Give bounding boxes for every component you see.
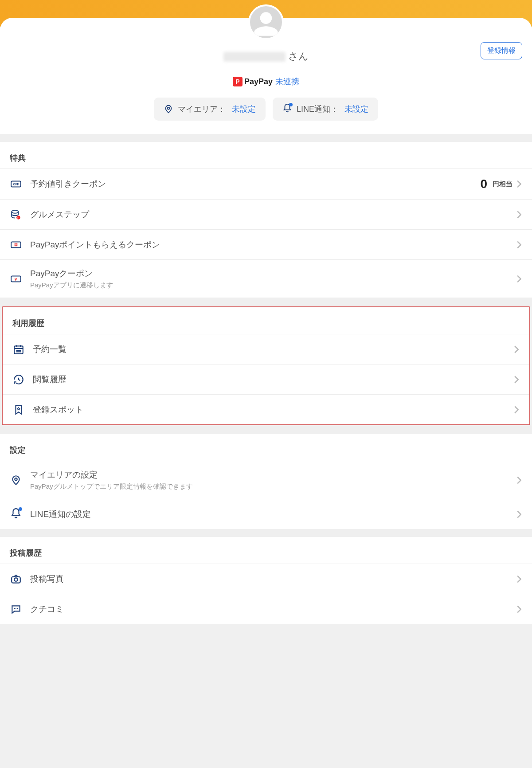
item-label: グルメステップ — [30, 209, 517, 220]
camera-icon — [10, 573, 22, 585]
paypay-logo: P PayPay — [233, 77, 273, 86]
chip-area-label: マイエリア： — [178, 104, 226, 114]
calendar-icon — [12, 343, 25, 356]
item-label: PayPayポイントもらえるクーポン — [30, 239, 517, 251]
item-label: 予約一覧 — [33, 344, 514, 355]
svg-point-11 — [15, 478, 17, 480]
item-browse-history[interactable]: 閲覧履歴 — [3, 364, 529, 394]
item-reservation-list[interactable]: 予約一覧 — [3, 334, 529, 364]
avatar[interactable] — [248, 4, 284, 40]
item-sublabel: PayPayアプリに遷移します — [30, 281, 517, 290]
username-suffix: さん — [288, 51, 309, 62]
item-my-area-setting[interactable]: マイエリアの設定 PayPayグルメトップでエリア限定情報を確認できます — [0, 461, 532, 499]
item-sublabel: PayPayグルメトップでエリア限定情報を確認できます — [30, 482, 517, 491]
chevron-right-icon — [517, 510, 522, 518]
history-clock-icon — [12, 373, 25, 386]
bookmark-star-icon — [12, 404, 25, 416]
item-discount-coupon[interactable]: OFF 予約値引きクーポン 0円相当 — [0, 168, 532, 199]
paypay-brand-text: PayPay — [244, 77, 273, 86]
person-icon — [252, 10, 280, 38]
section-settings: 設定 マイエリアの設定 PayPayグルメトップでエリア限定情報を確認できます … — [0, 434, 532, 529]
item-gourmet-step[interactable]: P グルメステップ — [0, 199, 532, 229]
chip-line-value: 未設定 — [344, 104, 368, 114]
item-posted-photos[interactable]: 投稿写真 — [0, 564, 532, 594]
chevron-right-icon — [514, 345, 520, 353]
coins-icon: P — [10, 208, 22, 221]
svg-point-16 — [17, 608, 18, 609]
section-title-history: 利用履歴 — [3, 307, 529, 334]
svg-text:¥: ¥ — [15, 277, 17, 282]
location-pin-icon — [164, 104, 173, 114]
chevron-right-icon — [517, 605, 522, 613]
item-paypay-coupon[interactable]: ¥ PayPayクーポン PayPayアプリに遷移します — [0, 259, 532, 298]
svg-point-13 — [14, 578, 18, 581]
item-label: マイエリアの設定 — [30, 469, 517, 481]
section-title-settings: 設定 — [0, 434, 532, 461]
item-label: 閲覧履歴 — [33, 374, 514, 385]
svg-point-3 — [12, 210, 18, 213]
profile-card: 登録情報 さん P PayPay 未連携 マイエリア：未設定 LINE通知：未設… — [0, 18, 532, 134]
section-title-benefits: 特典 — [0, 142, 532, 168]
svg-point-14 — [14, 608, 15, 609]
paypay-mark-icon: P — [233, 77, 243, 86]
username-redacted — [223, 52, 286, 62]
chat-bubble-icon — [10, 603, 22, 615]
ticket-off-icon: OFF — [10, 178, 22, 190]
chevron-right-icon — [517, 476, 522, 484]
username-row: さん — [0, 50, 532, 63]
coupon-amount: 0 — [480, 177, 487, 191]
chip-area-value: 未設定 — [232, 104, 256, 114]
bell-icon — [10, 508, 22, 521]
yen-ticket-icon: ¥ — [10, 273, 22, 285]
section-posts: 投稿履歴 投稿写真 クチコミ — [0, 537, 532, 624]
register-info-button[interactable]: 登録情報 — [481, 42, 522, 59]
section-benefits: 特典 OFF 予約値引きクーポン 0円相当 P グルメステップ PayPayポイ… — [0, 142, 532, 298]
chevron-right-icon — [517, 211, 522, 219]
item-label: 予約値引きクーポン — [30, 178, 480, 190]
item-label: 登録スポット — [33, 404, 514, 415]
item-line-notify-setting[interactable]: LINE通知の設定 — [0, 499, 532, 529]
svg-point-15 — [16, 608, 16, 609]
highlight-usage-history: 利用履歴 予約一覧 閲覧履歴 登録スポット — [2, 306, 530, 425]
item-registered-spots[interactable]: 登録スポット — [3, 394, 529, 424]
svg-point-0 — [168, 107, 170, 110]
chevron-right-icon — [514, 406, 520, 414]
chip-line-notify[interactable]: LINE通知：未設定 — [273, 98, 378, 121]
paypay-link-status: 未連携 — [275, 76, 299, 87]
item-label: クチコミ — [30, 603, 517, 615]
chip-my-area[interactable]: マイエリア：未設定 — [154, 98, 266, 121]
paypay-link-row[interactable]: P PayPay 未連携 — [0, 76, 532, 87]
section-history: 利用履歴 予約一覧 閲覧履歴 登録スポット — [3, 307, 529, 424]
item-label: 投稿写真 — [30, 573, 517, 585]
svg-text:OFF: OFF — [13, 183, 19, 186]
item-label: LINE通知の設定 — [30, 509, 517, 520]
gift-ticket-icon — [10, 239, 22, 251]
bell-icon — [282, 104, 292, 114]
chevron-right-icon — [517, 241, 522, 249]
section-title-posts: 投稿履歴 — [0, 537, 532, 564]
chevron-right-icon — [517, 275, 522, 283]
chip-line-label: LINE通知： — [297, 104, 338, 114]
coupon-amount-unit: 円相当 — [493, 180, 512, 188]
chevron-right-icon — [514, 376, 520, 384]
chevron-right-icon — [517, 180, 522, 188]
svg-text:P: P — [17, 216, 19, 219]
item-label: PayPayクーポン — [30, 268, 517, 279]
item-reviews[interactable]: クチコミ — [0, 594, 532, 624]
location-pin-icon — [10, 474, 22, 486]
chevron-right-icon — [517, 575, 522, 583]
item-paypay-point-coupon[interactable]: PayPayポイントもらえるクーポン — [0, 229, 532, 259]
